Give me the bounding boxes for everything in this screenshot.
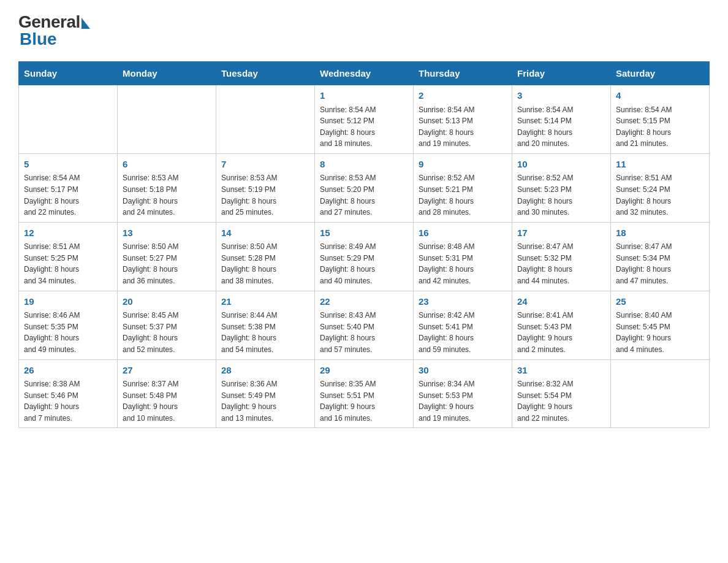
day-number: 15 xyxy=(320,226,408,240)
calendar-cell: 1Sunrise: 8:54 AMSunset: 5:12 PMDaylight… xyxy=(315,85,414,154)
day-info: Sunrise: 8:54 AMSunset: 5:14 PMDaylight:… xyxy=(517,104,605,150)
calendar-cell: 5Sunrise: 8:54 AMSunset: 5:17 PMDaylight… xyxy=(19,153,118,222)
calendar-cell: 24Sunrise: 8:41 AMSunset: 5:43 PMDayligh… xyxy=(512,291,611,359)
day-info: Sunrise: 8:45 AMSunset: 5:37 PMDaylight:… xyxy=(123,310,211,355)
calendar-cell: 13Sunrise: 8:50 AMSunset: 5:27 PMDayligh… xyxy=(118,222,216,291)
day-number: 2 xyxy=(419,89,507,103)
calendar-table: Sunday Monday Tuesday Wednesday Thursday… xyxy=(18,61,710,428)
calendar-cell: 29Sunrise: 8:35 AMSunset: 5:51 PMDayligh… xyxy=(315,359,414,428)
calendar-cell: 10Sunrise: 8:52 AMSunset: 5:23 PMDayligh… xyxy=(512,153,611,222)
day-info: Sunrise: 8:52 AMSunset: 5:21 PMDaylight:… xyxy=(419,172,507,218)
calendar-cell: 21Sunrise: 8:44 AMSunset: 5:38 PMDayligh… xyxy=(216,291,315,359)
day-info: Sunrise: 8:47 AMSunset: 5:32 PMDaylight:… xyxy=(517,241,605,286)
days-of-week-row: Sunday Monday Tuesday Wednesday Thursday… xyxy=(19,62,710,85)
day-info: Sunrise: 8:54 AMSunset: 5:17 PMDaylight:… xyxy=(24,172,112,218)
calendar-cell: 4Sunrise: 8:54 AMSunset: 5:15 PMDaylight… xyxy=(611,85,710,154)
calendar-cell: 14Sunrise: 8:50 AMSunset: 5:28 PMDayligh… xyxy=(216,222,315,291)
day-number: 1 xyxy=(320,89,408,103)
calendar-cell: 26Sunrise: 8:38 AMSunset: 5:46 PMDayligh… xyxy=(19,359,118,428)
calendar-cell xyxy=(19,85,118,154)
col-wednesday: Wednesday xyxy=(315,62,414,85)
day-number: 10 xyxy=(517,158,605,172)
day-info: Sunrise: 8:54 AMSunset: 5:12 PMDaylight:… xyxy=(320,104,408,150)
calendar-cell: 2Sunrise: 8:54 AMSunset: 5:13 PMDaylight… xyxy=(414,85,512,154)
day-number: 27 xyxy=(123,364,211,378)
day-info: Sunrise: 8:44 AMSunset: 5:38 PMDaylight:… xyxy=(221,310,309,355)
week-row-4: 19Sunrise: 8:46 AMSunset: 5:35 PMDayligh… xyxy=(19,291,710,359)
week-row-2: 5Sunrise: 8:54 AMSunset: 5:17 PMDaylight… xyxy=(19,153,710,222)
calendar-cell: 6Sunrise: 8:53 AMSunset: 5:18 PMDaylight… xyxy=(118,153,216,222)
day-info: Sunrise: 8:53 AMSunset: 5:18 PMDaylight:… xyxy=(123,172,211,218)
logo-blue-text: Blue xyxy=(20,29,57,49)
day-info: Sunrise: 8:49 AMSunset: 5:29 PMDaylight:… xyxy=(320,241,408,286)
day-info: Sunrise: 8:53 AMSunset: 5:19 PMDaylight:… xyxy=(221,172,309,218)
day-info: Sunrise: 8:51 AMSunset: 5:24 PMDaylight:… xyxy=(616,172,704,218)
day-number: 11 xyxy=(616,158,704,172)
day-number: 6 xyxy=(123,158,211,172)
calendar-cell xyxy=(611,359,710,428)
week-row-3: 12Sunrise: 8:51 AMSunset: 5:25 PMDayligh… xyxy=(19,222,710,291)
day-info: Sunrise: 8:36 AMSunset: 5:49 PMDaylight:… xyxy=(221,378,309,424)
day-info: Sunrise: 8:54 AMSunset: 5:15 PMDaylight:… xyxy=(616,104,704,150)
calendar-cell: 17Sunrise: 8:47 AMSunset: 5:32 PMDayligh… xyxy=(512,222,611,291)
col-friday: Friday xyxy=(512,62,611,85)
day-info: Sunrise: 8:51 AMSunset: 5:25 PMDaylight:… xyxy=(24,241,112,286)
day-info: Sunrise: 8:50 AMSunset: 5:27 PMDaylight:… xyxy=(123,241,211,286)
week-row-1: 1Sunrise: 8:54 AMSunset: 5:12 PMDaylight… xyxy=(19,85,710,154)
calendar-cell: 22Sunrise: 8:43 AMSunset: 5:40 PMDayligh… xyxy=(315,291,414,359)
calendar-cell: 27Sunrise: 8:37 AMSunset: 5:48 PMDayligh… xyxy=(118,359,216,428)
calendar-cell: 18Sunrise: 8:47 AMSunset: 5:34 PMDayligh… xyxy=(611,222,710,291)
day-info: Sunrise: 8:53 AMSunset: 5:20 PMDaylight:… xyxy=(320,172,408,218)
day-number: 5 xyxy=(24,158,112,172)
day-number: 14 xyxy=(221,226,309,240)
day-number: 22 xyxy=(320,295,408,309)
day-number: 29 xyxy=(320,364,408,378)
calendar-cell xyxy=(118,85,216,154)
logo-arrow-icon xyxy=(82,18,90,29)
col-sunday: Sunday xyxy=(19,62,118,85)
day-info: Sunrise: 8:34 AMSunset: 5:53 PMDaylight:… xyxy=(419,378,507,424)
day-info: Sunrise: 8:41 AMSunset: 5:43 PMDaylight:… xyxy=(517,310,605,355)
day-number: 19 xyxy=(24,295,112,309)
day-number: 28 xyxy=(221,364,309,378)
day-number: 21 xyxy=(221,295,309,309)
calendar-cell: 15Sunrise: 8:49 AMSunset: 5:29 PMDayligh… xyxy=(315,222,414,291)
day-number: 8 xyxy=(320,158,408,172)
day-info: Sunrise: 8:54 AMSunset: 5:13 PMDaylight:… xyxy=(419,104,507,150)
day-number: 16 xyxy=(419,226,507,240)
col-tuesday: Tuesday xyxy=(216,62,315,85)
calendar-cell: 23Sunrise: 8:42 AMSunset: 5:41 PMDayligh… xyxy=(414,291,512,359)
calendar-cell: 8Sunrise: 8:53 AMSunset: 5:20 PMDaylight… xyxy=(315,153,414,222)
day-number: 13 xyxy=(123,226,211,240)
week-row-5: 26Sunrise: 8:38 AMSunset: 5:46 PMDayligh… xyxy=(19,359,710,428)
day-number: 7 xyxy=(221,158,309,172)
calendar-cell: 9Sunrise: 8:52 AMSunset: 5:21 PMDaylight… xyxy=(414,153,512,222)
calendar-cell: 3Sunrise: 8:54 AMSunset: 5:14 PMDaylight… xyxy=(512,85,611,154)
calendar-cell: 31Sunrise: 8:32 AMSunset: 5:54 PMDayligh… xyxy=(512,359,611,428)
calendar-cell: 25Sunrise: 8:40 AMSunset: 5:45 PMDayligh… xyxy=(611,291,710,359)
day-info: Sunrise: 8:48 AMSunset: 5:31 PMDaylight:… xyxy=(419,241,507,286)
calendar-cell: 16Sunrise: 8:48 AMSunset: 5:31 PMDayligh… xyxy=(414,222,512,291)
day-number: 9 xyxy=(419,158,507,172)
day-number: 31 xyxy=(517,364,605,378)
day-info: Sunrise: 8:47 AMSunset: 5:34 PMDaylight:… xyxy=(616,241,704,286)
day-number: 3 xyxy=(517,89,605,103)
col-thursday: Thursday xyxy=(414,62,512,85)
day-number: 25 xyxy=(616,295,704,309)
day-info: Sunrise: 8:35 AMSunset: 5:51 PMDaylight:… xyxy=(320,378,408,424)
day-info: Sunrise: 8:40 AMSunset: 5:45 PMDaylight:… xyxy=(616,310,704,355)
day-number: 4 xyxy=(616,89,704,103)
day-number: 30 xyxy=(419,364,507,378)
day-number: 18 xyxy=(616,226,704,240)
calendar-cell: 28Sunrise: 8:36 AMSunset: 5:49 PMDayligh… xyxy=(216,359,315,428)
day-info: Sunrise: 8:37 AMSunset: 5:48 PMDaylight:… xyxy=(123,378,211,424)
day-number: 24 xyxy=(517,295,605,309)
day-number: 26 xyxy=(24,364,112,378)
page-header: General Blue xyxy=(18,12,710,49)
day-info: Sunrise: 8:43 AMSunset: 5:40 PMDaylight:… xyxy=(320,310,408,355)
day-number: 20 xyxy=(123,295,211,309)
day-info: Sunrise: 8:38 AMSunset: 5:46 PMDaylight:… xyxy=(24,378,112,424)
calendar-cell: 20Sunrise: 8:45 AMSunset: 5:37 PMDayligh… xyxy=(118,291,216,359)
day-number: 12 xyxy=(24,226,112,240)
day-info: Sunrise: 8:42 AMSunset: 5:41 PMDaylight:… xyxy=(419,310,507,355)
